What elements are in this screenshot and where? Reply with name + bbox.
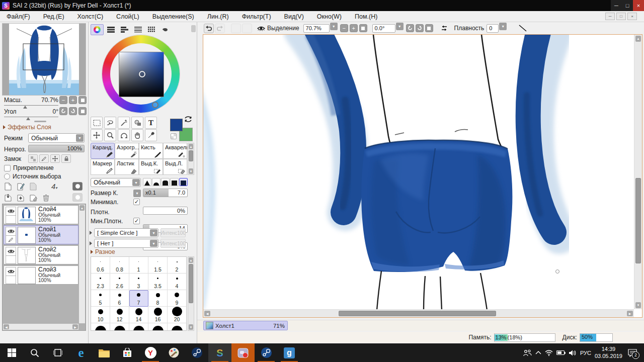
angle-dropdown-icon[interactable]: ▼ [396, 23, 404, 30]
zoom-reset-button[interactable] [78, 96, 87, 104]
hscroll-thumb[interactable] [339, 311, 496, 316]
scroll-right-arrow-icon[interactable]: ▶ [627, 311, 633, 316]
active-app-button[interactable] [231, 343, 255, 362]
brush-scroll-thumb[interactable] [189, 150, 193, 161]
layer-sub-toggle[interactable] [6, 215, 16, 224]
clipping-row[interactable]: Прикрепление [4, 164, 54, 171]
brush-size-3.5[interactable]: 3.5 [148, 274, 168, 290]
angle-slider[interactable] [4, 117, 58, 117]
keyboard-language[interactable]: РУС [580, 350, 591, 356]
canvas-zoom-input[interactable]: 70.7% [303, 24, 330, 33]
copy-layer-button[interactable] [16, 193, 26, 202]
brush-shape-square[interactable] [170, 178, 179, 186]
panel-scrollbar[interactable] [191, 25, 196, 32]
scroll-up-arrow-icon[interactable]: ▲ [635, 36, 641, 42]
menu-filter[interactable]: Фильтр(T) [235, 13, 278, 20]
gmod-app-button[interactable]: g [278, 343, 301, 362]
navigator-preview[interactable] [2, 23, 86, 96]
brush-tab-brush[interactable]: Кисть [139, 143, 163, 159]
tool-text[interactable]: T [145, 117, 157, 129]
rotate-ccw-button[interactable] [406, 24, 414, 32]
merge-down-button[interactable] [3, 193, 13, 202]
layer-visibility-toggle[interactable] [6, 207, 16, 216]
size-scroll-down-icon[interactable]: ▼ [189, 324, 193, 330]
tool-shape[interactable] [131, 117, 143, 129]
size-scroll-thumb[interactable] [189, 264, 193, 303]
paint-app-button[interactable] [162, 343, 185, 362]
expand-triangle-icon[interactable] [90, 241, 92, 245]
menu-window[interactable]: Окно(W) [310, 13, 348, 20]
brush-tab-eraser[interactable]: Ластик [115, 159, 139, 175]
brush-size-8[interactable]: 8 [148, 290, 168, 307]
lock-move-button[interactable] [50, 154, 60, 163]
layer-mask-button[interactable] [72, 182, 83, 191]
angle-reset-button[interactable] [425, 24, 433, 32]
brush-tab-marker[interactable]: Маркер [91, 159, 115, 175]
brush-size-clipped[interactable] [129, 323, 148, 331]
tab-color-mixer[interactable] [131, 24, 144, 35]
start-button[interactable] [0, 343, 23, 362]
maximize-button[interactable]: □ [622, 0, 633, 11]
brush-shape-rounded[interactable] [161, 178, 170, 186]
layer-list-vscrollbar[interactable]: ▲ [79, 205, 85, 323]
brush-size-14[interactable]: 14 [129, 307, 148, 323]
scroll-left-arrow-icon[interactable]: ◀ [204, 311, 210, 316]
layer-sub-toggle[interactable] [6, 276, 16, 284]
scroll-left-arrow-icon[interactable]: ◀ [4, 324, 9, 329]
zoom-in-button[interactable]: + [69, 96, 77, 104]
angle-slider-handle[interactable] [26, 117, 30, 120]
zoom-dropdown-icon[interactable]: ▼ [330, 23, 338, 30]
brush-size-clipped[interactable] [110, 323, 129, 331]
expand-triangle-icon[interactable] [90, 231, 92, 235]
color-wheel[interactable] [102, 35, 180, 113]
brush-size-7[interactable]: 7 [129, 290, 148, 307]
brush-size-10[interactable]: 10 [91, 307, 110, 323]
primary-color-swatch[interactable] [170, 119, 183, 131]
task-view-button[interactable] [46, 343, 69, 362]
menu-line[interactable]: Лин.(R) [201, 13, 235, 20]
brush-shape-dome[interactable] [152, 178, 160, 186]
size-scroll-up-icon[interactable]: ▲ [189, 257, 193, 263]
speaker-icon[interactable] [569, 350, 577, 356]
wifi-icon[interactable] [545, 350, 553, 356]
layer-row-sloy2[interactable]: Слой2 Обычный 100% [4, 245, 78, 264]
chevron-down-icon[interactable]: ▼ [150, 240, 157, 247]
brush-size-2[interactable]: 2 [168, 257, 187, 274]
chevron-down-icon[interactable]: ▼ [132, 179, 140, 186]
zoom-out-button[interactable]: − [59, 96, 67, 104]
smoothing-input[interactable]: 0 [487, 24, 499, 33]
taskbar-search-button[interactable] [23, 343, 46, 362]
clipping-checkbox[interactable] [4, 165, 11, 171]
brush-size-4[interactable]: 4 [168, 274, 187, 290]
vscroll-thumb[interactable] [635, 178, 641, 263]
opacity-slider[interactable]: 100% [28, 145, 85, 152]
tool-rect-select[interactable] [91, 117, 103, 129]
rotate-reset-button[interactable] [78, 107, 87, 115]
brush-size-5[interactable]: 5 [91, 290, 110, 307]
brush-size-9[interactable]: 9 [168, 290, 187, 307]
layer-visibility-toggle[interactable] [6, 227, 16, 236]
delete-layer-button[interactable] [41, 193, 51, 202]
flip-horizontal-icon[interactable] [440, 25, 448, 31]
chevron-down-icon[interactable]: ▼ [150, 229, 157, 236]
brush-size-20[interactable]: 20 [168, 307, 187, 323]
canvas-tab[interactable]: Холст1 71% [203, 321, 288, 330]
new-layer-button[interactable] [3, 182, 13, 191]
layer-row-sloy3[interactable]: Слой3 Обычный 100% [4, 265, 78, 285]
scroll-up-arrow-icon[interactable]: ▲ [79, 205, 85, 211]
new-folder-layer-button[interactable] [28, 182, 38, 191]
layer-editing-indicator[interactable] [6, 235, 16, 244]
brush-size-clipped[interactable] [168, 323, 187, 331]
brush-size-1.5[interactable]: 1.5 [148, 257, 168, 274]
rotate-cw-button[interactable] [416, 24, 424, 32]
menu-help[interactable]: Пом.(H) [348, 13, 384, 20]
clear-layer-button[interactable] [28, 193, 38, 202]
chevron-down-icon[interactable]: ▼ [76, 134, 84, 142]
canvas-vscrollbar[interactable]: ▲ ▼ [634, 35, 642, 309]
layer-row-sloy4[interactable]: Слой4 Обычный 100% [4, 205, 78, 224]
brush-size-2.6[interactable]: 2.6 [110, 274, 129, 290]
brush-scroll-up-icon[interactable]: ▲ [189, 144, 193, 149]
tool-hand[interactable] [131, 129, 143, 141]
menu-edit[interactable]: Ред.(E) [37, 13, 71, 20]
brush-size-12[interactable]: 12 [110, 307, 129, 323]
